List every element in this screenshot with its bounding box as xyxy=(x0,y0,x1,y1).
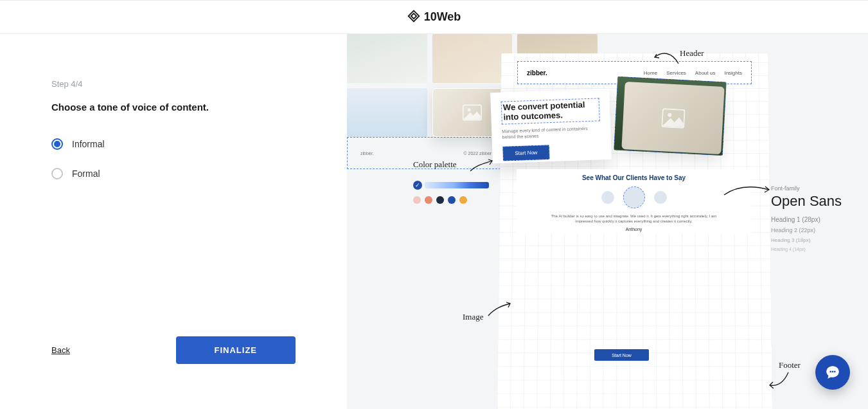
preview-hero-image xyxy=(621,82,724,154)
option-informal-label: Informal xyxy=(72,139,105,149)
annotation-image: Image xyxy=(463,312,483,322)
preview-header-brand: zibber. xyxy=(527,69,547,77)
brand-name: 10Web xyxy=(424,10,461,24)
option-formal-label: Formal xyxy=(72,168,100,179)
arrow-icon xyxy=(653,46,682,65)
brand-logo-icon xyxy=(407,10,420,25)
arrow-icon xyxy=(723,183,771,199)
back-link[interactable]: Back xyxy=(51,345,70,355)
chat-icon xyxy=(824,364,841,381)
palette-dots xyxy=(413,196,489,204)
palette-block: ✓ xyxy=(413,181,489,204)
image-placeholder-icon xyxy=(463,104,482,121)
palette-dot xyxy=(448,196,456,204)
preview-header-nav: Home Services About us Insights xyxy=(644,70,742,76)
font-heading-sample: Heading 1 (28px) xyxy=(771,216,842,223)
preview-hero-subtitle: Manage every kind of content in containe… xyxy=(502,125,601,140)
font-family-label: Font-family xyxy=(771,185,842,192)
gallery-image xyxy=(347,34,427,83)
palette-dot xyxy=(425,196,432,204)
avatar xyxy=(601,191,614,204)
font-family-name: Open Sans xyxy=(771,193,842,210)
top-bar: 10Web xyxy=(0,0,868,34)
preview-panel: zibber. Home Services About us Insights … xyxy=(347,34,868,409)
preview-hero-title: We convert potential into outcomes. xyxy=(501,98,600,124)
font-heading-sample: Heading 2 (22px) xyxy=(771,227,842,233)
check-icon: ✓ xyxy=(413,181,422,190)
svg-point-4 xyxy=(829,371,831,373)
nav-item: Services xyxy=(666,70,686,76)
option-informal[interactable]: Informal xyxy=(51,138,296,150)
preview-footer-copy: © 2022 zibber xyxy=(463,151,492,156)
preview-bottom-cta: Start Now xyxy=(594,349,649,361)
avatar xyxy=(623,186,645,208)
step-indicator: Step 4/4 xyxy=(51,79,296,89)
annotation-header: Header xyxy=(680,48,704,59)
svg-point-6 xyxy=(834,371,836,373)
image-placeholder-icon xyxy=(661,108,686,129)
palette-dot xyxy=(413,196,421,204)
nav-item: About us xyxy=(695,70,716,76)
font-heading-sample: Heading 4 (14px) xyxy=(771,247,842,251)
preview-testimonial-text: The AI builder is so easy to use and int… xyxy=(517,214,751,224)
radio-icon xyxy=(51,168,63,179)
page-heading: Choose a tone of voice of content. xyxy=(51,102,296,113)
brand-logo: 10Web xyxy=(407,10,461,25)
avatar xyxy=(654,191,667,204)
nav-item: Insights xyxy=(724,70,742,76)
preview-testimonial-name: Anthony xyxy=(517,227,751,232)
option-formal[interactable]: Formal xyxy=(51,168,296,179)
svg-point-3 xyxy=(467,108,470,111)
annotation-color-palette: Color palette xyxy=(413,159,457,170)
arrow-icon xyxy=(469,158,495,174)
gallery-image xyxy=(347,88,427,137)
font-heading-sample: Heading 3 (18px) xyxy=(771,237,842,243)
annotation-footer: Footer xyxy=(779,360,801,370)
palette-dot xyxy=(459,196,467,204)
nav-item: Home xyxy=(644,70,657,76)
arrow-icon xyxy=(768,371,790,390)
chat-button[interactable] xyxy=(815,355,850,390)
arrow-icon xyxy=(487,302,513,318)
preview-hero-card: We convert potential into outcomes. Mana… xyxy=(490,89,612,163)
svg-point-5 xyxy=(832,371,834,373)
palette-dot xyxy=(436,196,444,204)
preview-hero-cta: Start Now xyxy=(502,145,550,161)
left-panel: Step 4/4 Choose a tone of voice of conte… xyxy=(0,34,347,409)
preview-testimonials: See What Our Clients Have to Say The AI … xyxy=(517,169,751,233)
finalize-button[interactable]: FINALIZE xyxy=(176,336,296,364)
palette-gradient xyxy=(425,182,489,188)
radio-icon xyxy=(51,138,63,150)
svg-point-1 xyxy=(668,113,671,116)
preview-footer-brand: zibber. xyxy=(360,151,374,156)
preview-testimonials-title: See What Our Clients Have to Say xyxy=(517,174,751,181)
font-panel: Font-family Open Sans Heading 1 (28px) H… xyxy=(771,185,842,251)
